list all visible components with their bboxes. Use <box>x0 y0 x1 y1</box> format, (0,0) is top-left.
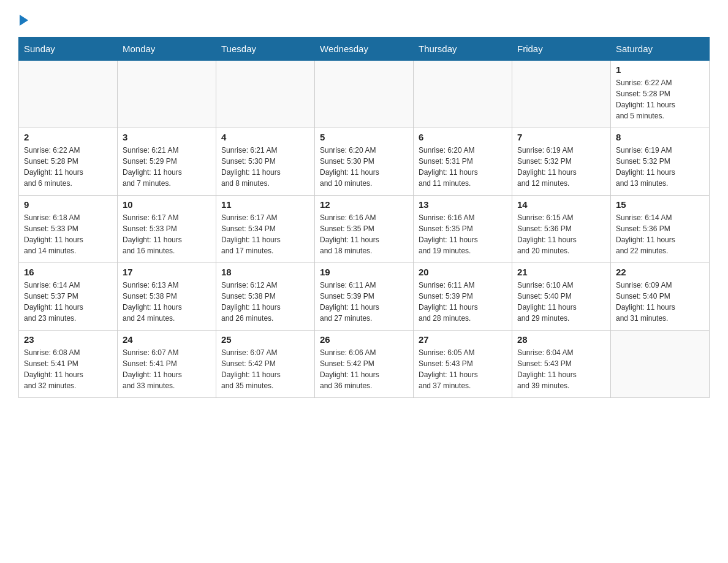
day-number: 7 <box>517 132 605 142</box>
calendar-body: 1Sunrise: 6:22 AMSunset: 5:28 PMDaylight… <box>19 61 710 398</box>
day-info: Sunrise: 6:21 AMSunset: 5:29 PMDaylight:… <box>123 145 211 189</box>
day-number: 18 <box>221 267 309 277</box>
weekday-header-friday: Friday <box>512 37 611 61</box>
day-info: Sunrise: 6:11 AMSunset: 5:39 PMDaylight:… <box>419 280 507 324</box>
day-info: Sunrise: 6:14 AMSunset: 5:37 PMDaylight:… <box>24 280 112 324</box>
day-number: 19 <box>320 267 408 277</box>
day-info: Sunrise: 6:19 AMSunset: 5:32 PMDaylight:… <box>517 145 605 189</box>
day-info: Sunrise: 6:22 AMSunset: 5:28 PMDaylight:… <box>616 77 704 121</box>
day-number: 11 <box>221 199 309 210</box>
day-number: 14 <box>517 199 605 210</box>
day-info: Sunrise: 6:06 AMSunset: 5:42 PMDaylight:… <box>320 347 408 391</box>
day-info: Sunrise: 6:14 AMSunset: 5:36 PMDaylight:… <box>616 212 704 256</box>
day-info: Sunrise: 6:07 AMSunset: 5:42 PMDaylight:… <box>221 347 309 391</box>
calendar-cell: 14Sunrise: 6:15 AMSunset: 5:36 PMDayligh… <box>512 196 611 263</box>
day-number: 20 <box>419 267 507 277</box>
calendar-cell <box>19 61 118 128</box>
day-info: Sunrise: 6:11 AMSunset: 5:39 PMDaylight:… <box>320 280 408 324</box>
day-info: Sunrise: 6:22 AMSunset: 5:28 PMDaylight:… <box>24 145 112 189</box>
weekday-header-row: SundayMondayTuesdayWednesdayThursdayFrid… <box>19 37 710 61</box>
calendar-cell: 18Sunrise: 6:12 AMSunset: 5:38 PMDayligh… <box>216 263 315 331</box>
calendar-cell: 13Sunrise: 6:16 AMSunset: 5:35 PMDayligh… <box>414 196 512 263</box>
day-number: 26 <box>320 334 408 345</box>
day-info: Sunrise: 6:12 AMSunset: 5:38 PMDaylight:… <box>221 280 309 324</box>
day-number: 27 <box>419 334 507 345</box>
day-info: Sunrise: 6:05 AMSunset: 5:43 PMDaylight:… <box>419 347 507 391</box>
calendar-cell: 3Sunrise: 6:21 AMSunset: 5:29 PMDaylight… <box>118 128 216 196</box>
day-number: 23 <box>24 334 112 345</box>
day-info: Sunrise: 6:19 AMSunset: 5:32 PMDaylight:… <box>616 145 704 189</box>
day-number: 21 <box>517 267 605 277</box>
day-number: 28 <box>517 334 605 345</box>
day-number: 6 <box>419 132 507 142</box>
calendar-cell: 6Sunrise: 6:20 AMSunset: 5:31 PMDaylight… <box>414 128 512 196</box>
day-info: Sunrise: 6:16 AMSunset: 5:35 PMDaylight:… <box>419 212 507 256</box>
week-row-4: 23Sunrise: 6:08 AMSunset: 5:41 PMDayligh… <box>19 331 710 398</box>
calendar-cell: 23Sunrise: 6:08 AMSunset: 5:41 PMDayligh… <box>19 331 118 398</box>
calendar-cell: 8Sunrise: 6:19 AMSunset: 5:32 PMDaylight… <box>611 128 710 196</box>
day-info: Sunrise: 6:15 AMSunset: 5:36 PMDaylight:… <box>517 212 605 256</box>
day-number: 16 <box>24 267 112 277</box>
week-row-0: 1Sunrise: 6:22 AMSunset: 5:28 PMDaylight… <box>19 61 710 128</box>
day-number: 12 <box>320 199 408 210</box>
calendar-cell <box>414 61 512 128</box>
weekday-header-sunday: Sunday <box>19 37 118 61</box>
day-info: Sunrise: 6:13 AMSunset: 5:38 PMDaylight:… <box>123 280 211 324</box>
day-number: 1 <box>616 64 704 75</box>
day-number: 13 <box>419 199 507 210</box>
day-number: 24 <box>123 334 211 345</box>
calendar-cell: 11Sunrise: 6:17 AMSunset: 5:34 PMDayligh… <box>216 196 315 263</box>
calendar-table: SundayMondayTuesdayWednesdayThursdayFrid… <box>18 37 710 398</box>
weekday-header-saturday: Saturday <box>611 37 710 61</box>
calendar-cell <box>611 331 710 398</box>
calendar-cell <box>216 61 315 128</box>
calendar-cell: 2Sunrise: 6:22 AMSunset: 5:28 PMDaylight… <box>19 128 118 196</box>
calendar-cell: 21Sunrise: 6:10 AMSunset: 5:40 PMDayligh… <box>512 263 611 331</box>
week-row-3: 16Sunrise: 6:14 AMSunset: 5:37 PMDayligh… <box>19 263 710 331</box>
day-info: Sunrise: 6:17 AMSunset: 5:34 PMDaylight:… <box>221 212 309 256</box>
calendar-cell: 17Sunrise: 6:13 AMSunset: 5:38 PMDayligh… <box>118 263 216 331</box>
day-number: 22 <box>616 267 704 277</box>
calendar-cell <box>512 61 611 128</box>
day-info: Sunrise: 6:20 AMSunset: 5:30 PMDaylight:… <box>320 145 408 189</box>
calendar-cell: 25Sunrise: 6:07 AMSunset: 5:42 PMDayligh… <box>216 331 315 398</box>
day-info: Sunrise: 6:20 AMSunset: 5:31 PMDaylight:… <box>419 145 507 189</box>
calendar-cell: 20Sunrise: 6:11 AMSunset: 5:39 PMDayligh… <box>414 263 512 331</box>
calendar-cell <box>118 61 216 128</box>
day-number: 2 <box>24 132 112 142</box>
day-number: 15 <box>616 199 704 210</box>
calendar-cell: 15Sunrise: 6:14 AMSunset: 5:36 PMDayligh… <box>611 196 710 263</box>
calendar-cell: 12Sunrise: 6:16 AMSunset: 5:35 PMDayligh… <box>315 196 414 263</box>
day-info: Sunrise: 6:18 AMSunset: 5:33 PMDaylight:… <box>24 212 112 256</box>
calendar-cell: 16Sunrise: 6:14 AMSunset: 5:37 PMDayligh… <box>19 263 118 331</box>
calendar-cell: 27Sunrise: 6:05 AMSunset: 5:43 PMDayligh… <box>414 331 512 398</box>
week-row-2: 9Sunrise: 6:18 AMSunset: 5:33 PMDaylight… <box>19 196 710 263</box>
day-info: Sunrise: 6:10 AMSunset: 5:40 PMDaylight:… <box>517 280 605 324</box>
calendar-cell: 19Sunrise: 6:11 AMSunset: 5:39 PMDayligh… <box>315 263 414 331</box>
weekday-header-wednesday: Wednesday <box>315 37 414 61</box>
calendar-cell: 26Sunrise: 6:06 AMSunset: 5:42 PMDayligh… <box>315 331 414 398</box>
logo <box>18 12 28 25</box>
weekday-header-thursday: Thursday <box>414 37 512 61</box>
calendar-cell: 22Sunrise: 6:09 AMSunset: 5:40 PMDayligh… <box>611 263 710 331</box>
calendar-cell: 9Sunrise: 6:18 AMSunset: 5:33 PMDaylight… <box>19 196 118 263</box>
day-number: 3 <box>123 132 211 142</box>
day-info: Sunrise: 6:07 AMSunset: 5:41 PMDaylight:… <box>123 347 211 391</box>
day-number: 9 <box>24 199 112 210</box>
calendar-cell <box>315 61 414 128</box>
day-number: 17 <box>123 267 211 277</box>
day-info: Sunrise: 6:21 AMSunset: 5:30 PMDaylight:… <box>221 145 309 189</box>
weekday-header-monday: Monday <box>118 37 216 61</box>
calendar-cell: 24Sunrise: 6:07 AMSunset: 5:41 PMDayligh… <box>118 331 216 398</box>
day-number: 25 <box>221 334 309 345</box>
day-number: 5 <box>320 132 408 142</box>
day-number: 8 <box>616 132 704 142</box>
week-row-1: 2Sunrise: 6:22 AMSunset: 5:28 PMDaylight… <box>19 128 710 196</box>
page-header <box>18 12 710 25</box>
day-info: Sunrise: 6:09 AMSunset: 5:40 PMDaylight:… <box>616 280 704 324</box>
calendar-cell: 4Sunrise: 6:21 AMSunset: 5:30 PMDaylight… <box>216 128 315 196</box>
logo-arrow-icon <box>20 15 28 26</box>
day-number: 10 <box>123 199 211 210</box>
day-info: Sunrise: 6:16 AMSunset: 5:35 PMDaylight:… <box>320 212 408 256</box>
calendar-cell: 10Sunrise: 6:17 AMSunset: 5:33 PMDayligh… <box>118 196 216 263</box>
